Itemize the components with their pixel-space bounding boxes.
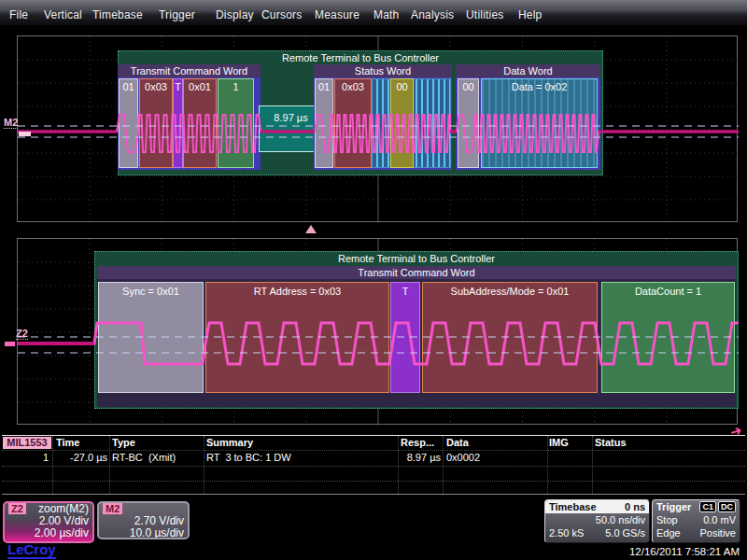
response-time-label: 8.97 µs bbox=[274, 112, 307, 123]
zoom-word-title: Transmit Command Word bbox=[97, 266, 736, 279]
menu-trigger[interactable]: Trigger bbox=[159, 8, 195, 21]
datetime-display: 12/16/2011 7:58:21 AM bbox=[560, 546, 740, 557]
trigger-slope: Positive bbox=[699, 526, 736, 539]
menu-vertical[interactable]: Vertical bbox=[44, 8, 82, 21]
table-row-divider bbox=[2, 450, 745, 451]
col-header-resp: Resp... bbox=[401, 437, 434, 448]
row-summary: RT 3 to BC: 1 DW bbox=[206, 452, 291, 463]
col-header-img: IMG bbox=[549, 437, 569, 448]
data-sync-field: 00 bbox=[458, 78, 479, 168]
status-code-field: 00 bbox=[390, 78, 414, 168]
top-message-title: Remote Terminal to Bus Controller bbox=[119, 51, 602, 64]
data-word-group: Data Word 00 Data = 0x02 bbox=[456, 64, 600, 170]
table-divider bbox=[398, 436, 399, 494]
menu-timebase[interactable]: Timebase bbox=[92, 8, 143, 21]
top-graticule[interactable]: Remote Terminal to Bus Controller Transm… bbox=[17, 35, 738, 222]
table-divider bbox=[443, 436, 444, 494]
zoom-message-band: Remote Terminal to Bus Controller Transm… bbox=[94, 251, 739, 409]
timebase-panel[interactable]: Timebase 0 ns 50.0 ns/div 2.50 kS 5.0 GS… bbox=[544, 499, 650, 543]
z2-badge: Z2 bbox=[8, 503, 26, 514]
col-header-time: Time bbox=[56, 437, 79, 448]
menu-analysis[interactable]: Analysis bbox=[411, 8, 454, 21]
status-addr-field: 0x03 bbox=[334, 78, 372, 168]
table-row-divider bbox=[2, 466, 745, 467]
table-divider bbox=[109, 436, 110, 494]
trigger-coupling-badge: DC bbox=[718, 501, 736, 512]
menu-utilities[interactable]: Utilities bbox=[466, 8, 503, 21]
zoom-word-band: Transmit Command Word Sync = 0x01 RT Add… bbox=[97, 266, 736, 407]
trigger-mode: Stop bbox=[656, 514, 678, 525]
row-type: RT-BC (Xmit) bbox=[112, 452, 176, 463]
z2-tdiv: 2.00 µs/div bbox=[35, 527, 89, 539]
cmd-subaddr-field: 0x01 bbox=[183, 78, 217, 168]
timebase-rate: 5.0 GS/s bbox=[605, 526, 645, 539]
table-divider bbox=[592, 436, 593, 494]
col-header-type: Type bbox=[112, 437, 135, 448]
table-divider bbox=[547, 436, 548, 494]
col-header-summary: Summary bbox=[206, 437, 253, 448]
scope-screen: File Vertical Timebase Trigger Display C… bbox=[0, 0, 747, 560]
col-header-data: Data bbox=[446, 437, 469, 448]
timebase-tdiv: 50.0 ns/div bbox=[596, 513, 645, 526]
zoom-rtaddr-field: RT Address = 0x03 bbox=[205, 282, 389, 393]
timebase-samples: 2.50 kS bbox=[549, 527, 584, 539]
table-divider bbox=[204, 436, 204, 494]
m2-trace-label[interactable]: M2 bbox=[4, 118, 18, 129]
bottom-graticule[interactable]: Remote Terminal to Bus Controller Transm… bbox=[17, 238, 738, 425]
trigger-type: Edge bbox=[656, 527, 681, 539]
menu-measure[interactable]: Measure bbox=[315, 8, 359, 21]
z2-trace-label[interactable]: Z2 bbox=[16, 329, 28, 340]
command-word-group: Transmit Command Word 01 0x03 T 0x01 1 bbox=[118, 64, 261, 170]
table-divider bbox=[52, 436, 53, 494]
menu-file[interactable]: File bbox=[9, 8, 28, 21]
timebase-label: Timebase bbox=[549, 501, 597, 512]
trigger-position-marker[interactable] bbox=[305, 225, 317, 233]
menu-math[interactable]: Math bbox=[374, 8, 399, 21]
decode-table: MIL1553 Time Type Summary Resp... Data I… bbox=[2, 435, 745, 495]
trigger-label: Trigger bbox=[656, 501, 691, 512]
zoom-count-field: DataCount = 1 bbox=[601, 282, 735, 393]
cmd-tr-field: T bbox=[173, 78, 183, 168]
timebase-offset: 0 ns bbox=[625, 500, 645, 513]
menu-cursors[interactable]: Cursors bbox=[261, 8, 302, 21]
row-time: -27.0 µs bbox=[54, 452, 107, 463]
cmd-sync-field: 01 bbox=[119, 78, 138, 168]
col-header-status: Status bbox=[595, 437, 627, 448]
menu-help[interactable]: Help bbox=[518, 8, 542, 21]
z2-descriptor-panel[interactable]: Z2 zoom(M2) 2.00 V/div 2.00 µs/div bbox=[3, 501, 94, 543]
status-sync-field: 01 bbox=[315, 78, 333, 168]
m2-badge: M2 bbox=[103, 503, 122, 514]
zoom-sync-field: Sync = 0x01 bbox=[98, 282, 204, 393]
m2-trace-start-tick bbox=[19, 132, 31, 136]
protocol-badge[interactable]: MIL1553 bbox=[3, 437, 51, 449]
cmd-rtaddr-field: 0x03 bbox=[139, 78, 173, 168]
zoom-subaddr-field: SubAddress/Mode = 0x01 bbox=[422, 282, 598, 393]
lecroy-logo: LeCroy bbox=[7, 542, 56, 559]
menu-display[interactable]: Display bbox=[216, 8, 254, 21]
trigger-source-badge: C1 bbox=[699, 501, 716, 512]
status-word-title: Status Word bbox=[314, 64, 452, 77]
cmd-count-field: 1 bbox=[218, 78, 254, 168]
menu-bar: File Vertical Timebase Trigger Display C… bbox=[0, 0, 747, 26]
m2-tdiv: 10.0 µs/div bbox=[130, 527, 184, 539]
zoom-message-title: Remote Terminal to Bus Controller bbox=[95, 252, 738, 265]
data-value-field: Data = 0x02 bbox=[481, 78, 598, 168]
data-word-title: Data Word bbox=[456, 64, 600, 77]
m2-descriptor-panel[interactable]: M2 2.70 V/div 10.0 µs/div bbox=[97, 501, 190, 539]
row-index: 1 bbox=[2, 452, 49, 463]
row-data: 0x0002 bbox=[446, 452, 480, 463]
z2-trace-start-tick bbox=[5, 342, 15, 346]
row-resp: 8.97 µs bbox=[398, 452, 441, 463]
status-word-group: Status Word 01 0x03 00 bbox=[314, 64, 452, 170]
trigger-panel[interactable]: Trigger C1DC Stop 0.0 mV Edge Positive bbox=[652, 499, 740, 543]
table-row-divider bbox=[2, 481, 745, 482]
zoom-tr-field: T bbox=[390, 282, 420, 393]
trigger-level: 0.0 mV bbox=[703, 513, 736, 526]
command-word-title: Transmit Command Word bbox=[118, 64, 261, 77]
